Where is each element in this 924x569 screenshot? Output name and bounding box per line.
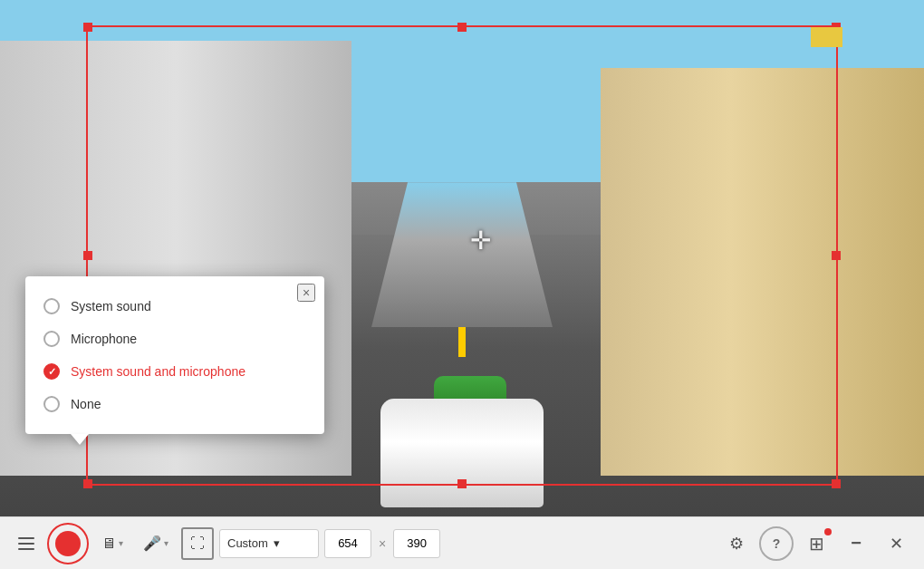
- width-input[interactable]: [324, 529, 371, 558]
- menu-button[interactable]: [11, 530, 42, 557]
- mic-icon: 🎤: [143, 535, 161, 552]
- mic-source-button[interactable]: 🎤 ▾: [136, 529, 176, 557]
- hamburger-line-2: [18, 543, 34, 545]
- move-cursor-icon: ✛: [470, 225, 491, 255]
- apps-notification-dot: [824, 528, 832, 535]
- apps-icon: ⊞: [809, 533, 824, 555]
- dimension-separator: ×: [379, 536, 386, 551]
- audio-option-system-and-mic[interactable]: System sound and microphone: [25, 355, 324, 388]
- building-right: [601, 68, 924, 476]
- yellow-corner-marker: [811, 27, 842, 47]
- panel-close-button[interactable]: ×: [297, 284, 315, 302]
- radio-system-sound[interactable]: [43, 298, 60, 314]
- help-icon: ?: [773, 536, 781, 551]
- screen-dropdown-arrow: ▾: [119, 538, 123, 548]
- none-label: None: [71, 397, 101, 411]
- record-button-inner: [55, 531, 81, 556]
- height-input[interactable]: [393, 529, 440, 558]
- radio-system-and-mic[interactable]: [43, 363, 60, 380]
- capture-area-button[interactable]: ⛶: [181, 527, 214, 560]
- resolution-dropdown[interactable]: Custom ▾: [219, 529, 319, 558]
- settings-icon: ⚙: [729, 534, 744, 554]
- resolution-dropdown-label: Custom: [227, 536, 268, 550]
- system-sound-label: System sound: [71, 299, 151, 313]
- system-and-mic-label: System sound and microphone: [71, 364, 245, 379]
- audio-option-microphone[interactable]: Microphone: [25, 323, 324, 355]
- mic-group: 🎤 ▾: [136, 529, 176, 557]
- radio-microphone[interactable]: [43, 331, 60, 347]
- settings-button[interactable]: ⚙: [719, 526, 754, 561]
- toolbar: 🖥 ▾ 🎤 ▾ ⛶ Custom ▾ × ⚙ ? ⊞ −: [0, 516, 924, 569]
- game-area: ✛ × System sound Microphone System sound…: [0, 0, 924, 521]
- audio-option-system-sound[interactable]: System sound: [25, 290, 324, 323]
- close-button[interactable]: ✕: [879, 526, 913, 561]
- radio-none[interactable]: [43, 396, 60, 412]
- car-white: [380, 399, 544, 507]
- help-button[interactable]: ?: [759, 526, 794, 561]
- screen-source-button[interactable]: 🖥 ▾: [94, 530, 130, 557]
- minimize-icon: −: [851, 533, 861, 554]
- hamburger-line-1: [18, 537, 34, 539]
- record-button[interactable]: [47, 523, 89, 564]
- audio-options-panel: × System sound Microphone System sound a…: [25, 276, 324, 434]
- resolution-dropdown-arrow: ▾: [274, 536, 311, 550]
- capture-area-icon: ⛶: [190, 535, 205, 552]
- apps-button[interactable]: ⊞: [799, 526, 833, 561]
- hamburger-line-3: [18, 548, 34, 550]
- close-icon: ✕: [890, 534, 903, 554]
- minimize-button[interactable]: −: [839, 526, 873, 561]
- mic-dropdown-arrow: ▾: [164, 538, 168, 548]
- monitor-icon: 🖥: [101, 535, 116, 552]
- panel-arrow: [71, 434, 89, 445]
- screen-group: 🖥 ▾: [94, 530, 130, 557]
- microphone-label: Microphone: [71, 332, 137, 346]
- audio-option-none[interactable]: None: [25, 388, 324, 420]
